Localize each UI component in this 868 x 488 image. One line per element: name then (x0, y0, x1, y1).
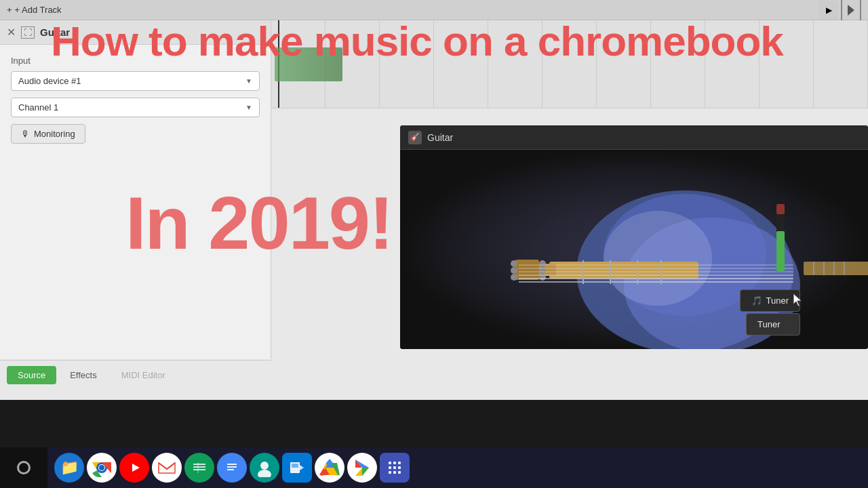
svg-rect-68 (393, 462, 396, 464)
drive-app-icon[interactable] (315, 453, 344, 483)
monitoring-label: Monitoring (34, 129, 75, 139)
svg-rect-47 (227, 466, 237, 468)
svg-rect-70 (389, 466, 391, 469)
svg-rect-74 (393, 471, 396, 474)
files-app-icon[interactable]: 📁 (54, 453, 84, 483)
svg-rect-69 (398, 462, 401, 464)
svg-rect-71 (393, 466, 396, 469)
tuner-btn-label: Tuner (766, 296, 789, 306)
svg-rect-43 (193, 469, 205, 470)
svg-rect-54 (292, 464, 298, 468)
svg-point-10 (511, 274, 517, 281)
svg-point-4 (604, 211, 712, 306)
gmail-app-icon[interactable] (152, 453, 182, 483)
effects-tab[interactable]: Effects (59, 366, 108, 384)
svg-rect-72 (398, 466, 401, 469)
microphone-icon: 🎙 (21, 129, 30, 139)
tuner-tooltip-text: Tuner (757, 319, 780, 329)
taskbar-apps: 📁 (47, 453, 868, 483)
bottom-tabs: Source Effects MIDI Editor (0, 360, 271, 390)
add-track-label: + Add Track (15, 5, 62, 15)
audio-device-dropdown[interactable]: Audio device #1 ▼ (11, 71, 260, 91)
contacts-app-icon[interactable] (250, 453, 279, 483)
panel-close-icon[interactable]: ✕ (7, 26, 16, 39)
svg-marker-66 (362, 468, 369, 476)
plus-icon: + (7, 5, 12, 15)
svg-rect-42 (193, 466, 205, 468)
svg-point-50 (260, 462, 269, 470)
nav-button[interactable]: ▶ (819, 1, 838, 20)
source-tab[interactable]: Source (7, 366, 56, 384)
svg-point-9 (511, 267, 517, 274)
app-launcher-button[interactable] (380, 453, 410, 483)
chrome-app-icon[interactable] (87, 453, 117, 483)
dropdown-arrow-icon: ▼ (245, 77, 252, 85)
youtube-subtitle: In 2019! (125, 180, 393, 266)
svg-rect-75 (398, 471, 401, 474)
svg-rect-5 (549, 262, 698, 279)
svg-rect-48 (227, 469, 234, 470)
channel-value: Channel 1 (18, 102, 58, 113)
monitoring-button[interactable]: 🎙 Monitoring (11, 124, 85, 144)
svg-rect-30 (776, 231, 785, 272)
channel-dropdown-arrow-icon: ▼ (245, 104, 252, 111)
tuner-button[interactable]: 🎵 Tuner (740, 289, 800, 312)
taskbar: 📁 (0, 447, 868, 488)
play-store-app-icon[interactable] (347, 453, 377, 483)
youtube-title: How to make music on a chromebook (51, 17, 783, 65)
tuner-dropdown[interactable]: Tuner (746, 313, 800, 336)
taskbar-launcher[interactable] (0, 447, 47, 488)
youtube-app-icon[interactable] (119, 453, 149, 483)
svg-point-8 (511, 260, 517, 267)
guitar-panel-title: Guitar (427, 132, 453, 143)
sheets-app-icon[interactable] (184, 453, 214, 483)
svg-rect-73 (389, 471, 391, 474)
svg-rect-41 (193, 464, 205, 465)
svg-point-11 (539, 260, 546, 267)
add-track-button[interactable]: + + Add Track (7, 5, 62, 15)
midi-editor-tab[interactable]: MIDI Editor (111, 366, 176, 384)
channel-dropdown[interactable]: Channel 1 ▼ (11, 98, 260, 117)
tuner-icon: 🎵 (751, 296, 762, 306)
svg-rect-7 (515, 260, 539, 280)
svg-point-36 (99, 465, 104, 470)
guitar-panel-icon: 🎸 (408, 131, 422, 144)
guitar-panel-header: 🎸 Guitar (400, 125, 868, 150)
svg-rect-67 (389, 462, 391, 464)
guitar-panel-body: 🎵 Tuner Tuner (400, 150, 868, 349)
svg-rect-31 (776, 204, 785, 214)
guitar-panel: 🎸 Guitar (400, 125, 868, 349)
audio-device-value: Audio device #1 (18, 76, 81, 86)
docs-app-icon[interactable] (217, 453, 247, 483)
panel-expand-icon[interactable]: ⛶ (21, 26, 35, 39)
outlook-app-icon[interactable] (282, 453, 312, 483)
launcher-icon (17, 461, 31, 474)
svg-rect-46 (227, 464, 237, 465)
